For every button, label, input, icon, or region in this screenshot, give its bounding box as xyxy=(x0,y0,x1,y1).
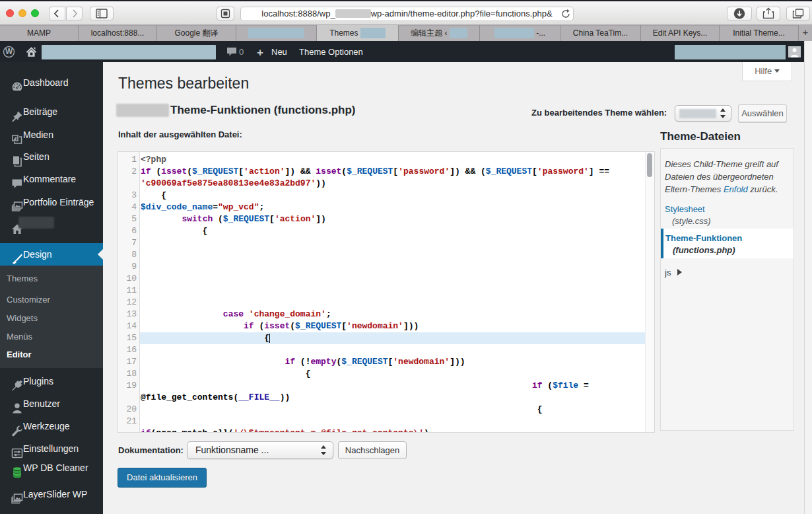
svg-text:W: W xyxy=(5,47,13,56)
